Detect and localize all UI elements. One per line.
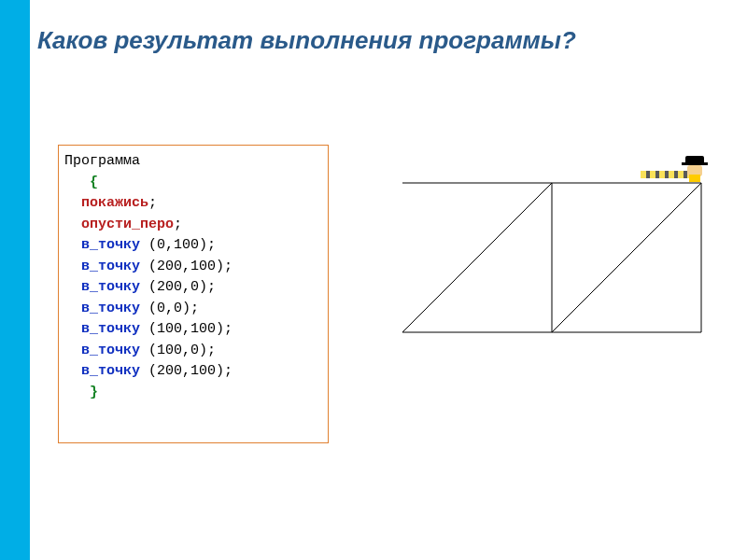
code-kw: в_точку [64, 343, 140, 358]
body-icon [689, 175, 700, 182]
code-kw: в_точку [64, 363, 140, 379]
code-semi: ; [174, 217, 182, 232]
code-goto-line: в_точку (100,100); [64, 319, 322, 341]
accent-stripe [0, 0, 30, 560]
code-goto-line: в_точку (200,100); [64, 361, 322, 383]
code-text: Программа [64, 153, 140, 169]
turtle-character-icon [682, 156, 708, 182]
code-args: (200,100); [140, 259, 233, 274]
code-goto-line: в_точку (0,0); [64, 299, 322, 320]
code-args: (100,0); [140, 343, 216, 358]
code-kw: в_точку [64, 279, 140, 295]
code-cmd-pendown: опусти_перо; [64, 215, 322, 236]
code-goto-line: в_точку (100,0); [64, 341, 322, 362]
code-kw: в_точку [64, 301, 140, 316]
code-args: (200,100); [140, 363, 233, 379]
code-goto-line: в_точку (200,0); [64, 277, 322, 299]
code-args: (200,0); [140, 279, 216, 295]
code-goto-line: в_точку (0,100); [64, 235, 322, 257]
code-kw: в_точку [64, 259, 140, 274]
code-args: (0,0); [140, 301, 199, 316]
code-kw: в_точку [64, 237, 140, 253]
code-text: { [64, 175, 98, 190]
code-close-brace: } [64, 383, 322, 404]
code-text: покажись [64, 195, 148, 211]
code-open-brace: { [64, 173, 322, 194]
code-args: (0,100); [140, 237, 216, 253]
page-title: Каков результат выполнения программы? [37, 26, 738, 55]
code-text: } [64, 385, 98, 400]
program-code-box: Программа { покажись; опусти_перо; в_точ… [58, 145, 329, 443]
trace-svg [402, 182, 702, 343]
code-kw: в_точку [64, 321, 140, 337]
code-args: (100,100); [140, 321, 233, 337]
code-goto-line: в_точку (200,100); [64, 257, 322, 278]
code-header: Программа [64, 151, 322, 173]
code-text: опусти_перо [64, 217, 174, 232]
code-semi: ; [148, 195, 157, 211]
drawing-output [402, 182, 702, 343]
code-cmd-show: покажись; [64, 193, 322, 215]
